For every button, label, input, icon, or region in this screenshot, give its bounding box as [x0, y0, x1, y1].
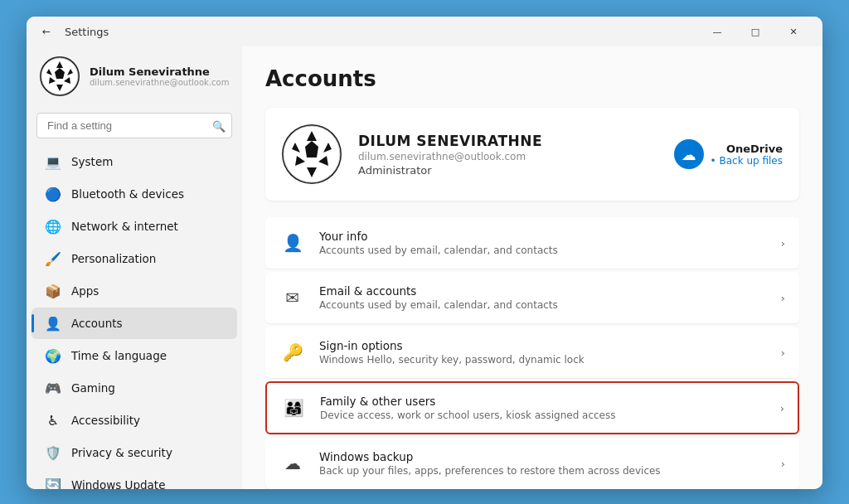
- search-icon: 🔍: [212, 119, 226, 132]
- settings-icon-family-users: 👨‍👩‍👧: [280, 395, 307, 421]
- sidebar-item-update[interactable]: 🔄 Windows Update: [32, 469, 237, 489]
- settings-title-signin-options: Sign-in options: [319, 339, 768, 352]
- settings-icon-your-info: 👤: [279, 230, 306, 256]
- nav-label-system: System: [71, 155, 113, 168]
- nav-label-apps: Apps: [71, 284, 99, 298]
- nav-icon-time: 🌍: [45, 347, 61, 364]
- account-role: Administrator: [358, 164, 657, 177]
- onedrive-info: OneDrive • Back up files: [711, 143, 783, 167]
- chevron-icon-windows-backup: ›: [781, 458, 785, 470]
- settings-item-email-accounts[interactable]: ✉️ Email & accounts Accounts used by ema…: [265, 272, 799, 323]
- nav-icon-apps: 📦: [45, 283, 61, 299]
- settings-title-your-info: Your info: [319, 230, 768, 243]
- sidebar-user-email: dilum.senevirathne@outlook.com: [90, 78, 229, 87]
- nav-label-privacy: Privacy & security: [71, 446, 172, 459]
- sidebar-item-time[interactable]: 🌍 Time & language: [32, 340, 237, 371]
- settings-icon-email-accounts: ✉️: [279, 284, 306, 311]
- nav-label-update: Windows Update: [71, 478, 165, 489]
- sidebar-item-privacy[interactable]: 🛡️ Privacy & security: [32, 437, 237, 468]
- main-content: Dilum Senevirathne dilum.senevirathne@ou…: [27, 46, 822, 489]
- back-button[interactable]: ←: [36, 22, 56, 41]
- settings-title-email-accounts: Email & accounts: [319, 284, 768, 298]
- onedrive-section[interactable]: ☁ OneDrive • Back up files: [674, 139, 783, 169]
- settings-text-windows-backup: Windows backup Back up your files, apps,…: [319, 450, 768, 477]
- chevron-icon-signin-options: ›: [781, 346, 785, 359]
- nav-label-accessibility: Accessibility: [71, 414, 140, 427]
- nav-icon-accessibility: ♿: [45, 412, 61, 429]
- page-title: Accounts: [265, 66, 799, 91]
- nav-icon-gaming: 🎮: [45, 380, 61, 396]
- sidebar-item-system[interactable]: 💻 System: [32, 146, 237, 177]
- settings-text-email-accounts: Email & accounts Accounts used by email,…: [319, 284, 768, 311]
- settings-icon-signin-options: 🔑: [279, 339, 306, 366]
- content-area: Accounts DILUM SENEVIR: [242, 46, 822, 489]
- window-title: Settings: [65, 26, 690, 38]
- user-profile: Dilum Senevirathne dilum.senevirathne@ou…: [27, 46, 242, 106]
- sidebar-item-gaming[interactable]: 🎮 Gaming: [32, 372, 237, 404]
- nav-icon-bluetooth: 🔵: [45, 186, 61, 202]
- search-box: 🔍: [36, 113, 232, 138]
- account-email: dilum.senevirathne@outlook.com: [358, 151, 657, 162]
- settings-item-family-users[interactable]: 👨‍👩‍👧 Family & other users Device access…: [265, 381, 799, 434]
- onedrive-icon: ☁: [674, 139, 704, 169]
- nav-label-network: Network & internet: [71, 220, 178, 233]
- account-avatar: [282, 124, 342, 184]
- nav-icon-system: 💻: [45, 153, 61, 170]
- account-name: DILUM SENEVIRATHNE: [358, 133, 657, 149]
- settings-window: ← Settings — □ ✕: [27, 17, 822, 489]
- onedrive-title: OneDrive: [711, 143, 783, 155]
- settings-item-signin-options[interactable]: 🔑 Sign-in options Windows Hello, securit…: [265, 327, 799, 378]
- settings-desc-signin-options: Windows Hello, security key, password, d…: [319, 354, 768, 366]
- sidebar-item-apps[interactable]: 📦 Apps: [32, 275, 237, 307]
- sidebar-item-personalization[interactable]: 🖌️ Personalization: [32, 243, 237, 274]
- nav-label-gaming: Gaming: [71, 381, 115, 395]
- chevron-icon-your-info: ›: [781, 237, 785, 250]
- nav-label-bluetooth: Bluetooth & devices: [71, 187, 184, 201]
- minimize-button[interactable]: —: [698, 18, 736, 45]
- settings-desc-email-accounts: Accounts used by email, calendar, and co…: [319, 299, 768, 311]
- nav-icon-update: 🔄: [45, 477, 61, 489]
- nav-icon-accounts: 👤: [45, 315, 61, 332]
- avatar: [40, 56, 80, 96]
- search-input[interactable]: [36, 113, 232, 138]
- settings-item-your-info[interactable]: 👤 Your info Accounts used by email, cale…: [265, 217, 799, 269]
- settings-text-signin-options: Sign-in options Windows Hello, security …: [319, 339, 768, 366]
- settings-desc-family-users: Device access, work or school users, kio…: [320, 410, 767, 421]
- titlebar: ← Settings — □ ✕: [27, 17, 822, 46]
- settings-title-windows-backup: Windows backup: [319, 450, 768, 463]
- settings-desc-your-info: Accounts used by email, calendar, and co…: [319, 245, 768, 256]
- nav-icon-personalization: 🖌️: [45, 250, 61, 267]
- account-details: DILUM SENEVIRATHNE dilum.senevirathne@ou…: [358, 133, 657, 177]
- settings-title-family-users: Family & other users: [320, 395, 767, 408]
- maximize-button[interactable]: □: [736, 18, 774, 45]
- chevron-icon-family-users: ›: [780, 402, 784, 414]
- nav-icon-privacy: 🛡️: [45, 444, 61, 461]
- nav-label-accounts: Accounts: [71, 317, 123, 330]
- nav-label-time: Time & language: [71, 349, 167, 362]
- window-controls: — □ ✕: [698, 18, 813, 45]
- nav-icon-network: 🌐: [45, 218, 61, 235]
- settings-text-family-users: Family & other users Device access, work…: [320, 395, 767, 421]
- sidebar: Dilum Senevirathne dilum.senevirathne@ou…: [27, 46, 242, 489]
- onedrive-subtitle: • Back up files: [711, 155, 783, 167]
- chevron-icon-email-accounts: ›: [781, 292, 785, 304]
- settings-item-windows-backup[interactable]: ☁️ Windows backup Back up your files, ap…: [265, 438, 799, 489]
- settings-list: 👤 Your info Accounts used by email, cale…: [265, 217, 799, 489]
- settings-text-your-info: Your info Accounts used by email, calend…: [319, 230, 768, 256]
- sidebar-item-accounts[interactable]: 👤 Accounts: [32, 308, 237, 339]
- sidebar-user-name: Dilum Senevirathne: [90, 65, 229, 78]
- nav-list: 💻 System 🔵 Bluetooth & devices 🌐 Network…: [27, 145, 242, 489]
- sidebar-item-network[interactable]: 🌐 Network & internet: [32, 211, 237, 242]
- settings-desc-windows-backup: Back up your files, apps, preferences to…: [319, 465, 768, 477]
- account-header: DILUM SENEVIRATHNE dilum.senevirathne@ou…: [265, 108, 799, 201]
- settings-icon-windows-backup: ☁️: [279, 450, 306, 477]
- sidebar-item-bluetooth[interactable]: 🔵 Bluetooth & devices: [32, 178, 237, 210]
- nav-label-personalization: Personalization: [71, 252, 156, 265]
- user-info: Dilum Senevirathne dilum.senevirathne@ou…: [90, 65, 229, 87]
- close-button[interactable]: ✕: [774, 18, 813, 45]
- sidebar-item-accessibility[interactable]: ♿ Accessibility: [32, 405, 237, 436]
